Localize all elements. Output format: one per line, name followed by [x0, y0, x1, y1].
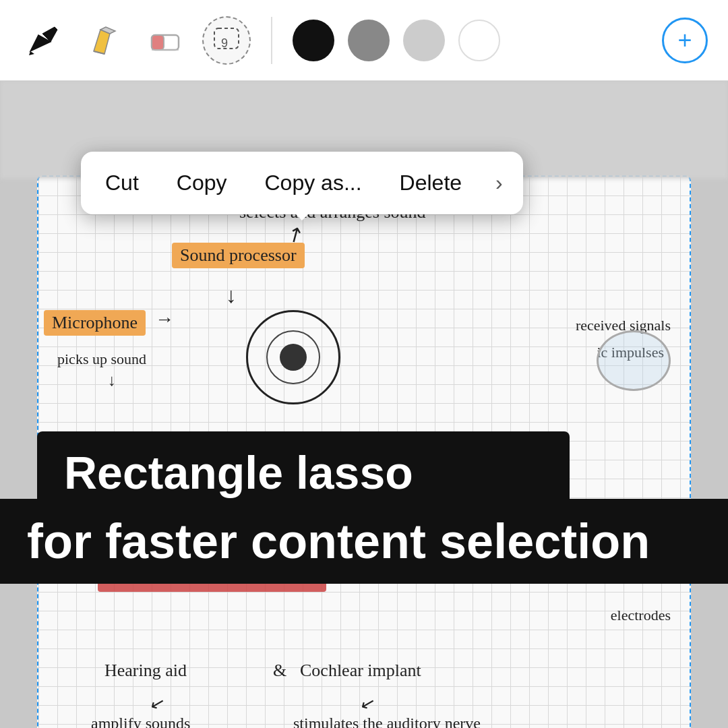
- color-black-button[interactable]: [293, 20, 334, 61]
- highlighter-tool-button[interactable]: [81, 17, 128, 64]
- arrow-ha: ↙: [148, 692, 167, 716]
- toolbar-divider: [271, 17, 272, 64]
- more-menu-button[interactable]: ›: [481, 158, 518, 208]
- cut-menu-item[interactable]: Cut: [86, 158, 158, 208]
- color-light-gray-button[interactable]: [403, 20, 445, 61]
- toolbar: 9 +: [0, 0, 728, 81]
- svg-text:9: 9: [221, 36, 228, 50]
- copy-menu-item[interactable]: Copy: [158, 158, 246, 208]
- text-hearing-aid: Hearing aid: [104, 661, 187, 681]
- arrow-down-sp: ↓: [226, 283, 237, 308]
- text-cochlear-implant: Cochlear implant: [300, 661, 421, 681]
- text-and: &: [273, 661, 286, 681]
- selection-lasso-tool-button[interactable]: 9: [202, 16, 251, 65]
- text-amplify: amplify sounds: [91, 715, 190, 728]
- eraser-tool-button[interactable]: [142, 17, 189, 64]
- delete-menu-item[interactable]: Delete: [381, 158, 481, 208]
- overlay-banner-bottom: for faster content selection: [0, 499, 728, 584]
- text-electrodes: electrodes: [611, 607, 671, 624]
- text-stimulates: stimulates the auditory nerve: [293, 715, 481, 728]
- ear-sketch: [597, 330, 671, 391]
- color-dark-gray-button[interactable]: [348, 20, 390, 61]
- pen-tool-button[interactable]: [20, 17, 67, 64]
- svg-marker-0: [94, 30, 110, 54]
- arrow-mic: →: [155, 309, 174, 330]
- svg-rect-4: [152, 35, 164, 50]
- context-menu: Cut Copy Copy as... Delete ›: [81, 152, 523, 214]
- device-sketch-circle: [246, 310, 340, 404]
- arrow-picks: ↓: [108, 371, 116, 390]
- sound-processor-label: Sound processor: [172, 243, 305, 268]
- microphone-label: Microphone: [44, 310, 146, 336]
- arrow-ci: ↙: [358, 692, 377, 716]
- color-white-button[interactable]: [458, 20, 500, 61]
- text-picks-up-sound: picks up sound: [57, 351, 146, 368]
- add-button[interactable]: +: [662, 18, 708, 63]
- copy-as-menu-item[interactable]: Copy as...: [246, 158, 381, 208]
